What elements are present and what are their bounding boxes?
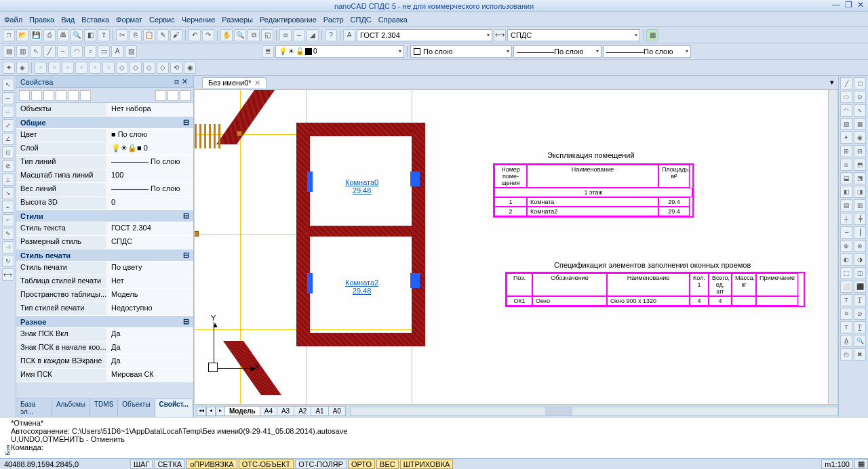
spds-btn-1[interactable]: ╱ [840,77,852,89]
menu-insert[interactable]: Вставка [81,16,109,24]
undo-icon[interactable]: ↶ [189,29,201,41]
ucs-icon[interactable]: ◈ [16,62,28,74]
text-icon[interactable]: A [111,45,123,58]
property-group[interactable]: Стиль печати⊟ [16,249,193,262]
color-combo[interactable]: По слою [410,45,512,58]
properties-tab[interactable]: Альбомы [52,399,90,417]
spds-btn-39[interactable]: A̲ [840,335,852,347]
tab-a4[interactable]: А4 [260,406,277,416]
property-value[interactable]: 100 [107,169,193,182]
spds-btn-8[interactable]: ▦ [854,118,866,130]
layer-combo[interactable]: 💡☀🔓0 [275,45,404,58]
property-value[interactable]: СПДС [107,236,193,249]
spds-btn-15[interactable]: ⬓ [840,172,852,184]
status-toggle[interactable]: оПРИВЯЗКА [186,460,237,469]
pan-icon[interactable]: ✋ [220,29,233,41]
osnap-icon[interactable]: ✦ [3,62,15,74]
property-value[interactable]: Модель [107,289,193,302]
zoom-icon[interactable]: 🔍 [234,29,246,41]
spds-btn-31[interactable]: ⬜ [840,281,852,293]
spds-btn-13[interactable]: ⧈ [840,159,852,171]
tab-a2[interactable]: А2 [294,406,311,416]
match-icon[interactable]: ✎ [157,29,169,41]
view-left-icon[interactable]: ▫ [62,62,74,74]
property-value[interactable]: ――――― По слою [107,183,193,196]
objects-value[interactable]: Нет набора [107,103,193,116]
spds-btn-38[interactable]: T̲ [854,321,866,333]
preview-icon[interactable]: 🔍 [71,29,83,41]
pointer-icon[interactable]: ↖ [2,79,14,91]
rect-icon[interactable]: ▭ [98,45,110,58]
property-value[interactable]: ――――― По слою [107,156,193,169]
zoomwin-icon[interactable]: ⧉ [248,29,260,41]
spds-btn-27[interactable]: ◐ [840,253,852,266]
maximize-button[interactable]: ❐ [844,0,853,9]
dim-edit-icon[interactable]: ✎ [2,228,14,240]
spds-btn-28[interactable]: ◑ [854,253,866,266]
dim-radius-icon[interactable]: ⊙ [2,146,14,159]
properties-tab[interactable]: TDMS [90,399,118,417]
line-icon[interactable]: ╱ [43,45,56,58]
menu-raster[interactable]: Растр [323,16,344,24]
spds-btn-2[interactable]: ◻ [854,77,866,89]
prop-btn1[interactable] [19,90,30,101]
spds-btn-9[interactable]: ✦ [840,131,852,144]
new-icon[interactable]: □ [3,29,15,41]
redo-icon[interactable]: ↷ [202,29,214,41]
view-back-icon[interactable]: ▫ [102,62,115,74]
textstyle-icon[interactable]: A [343,29,355,41]
status-toggle[interactable]: ШТРИХОВКА [400,460,454,469]
property-group[interactable]: Общие⊟ [16,117,193,129]
menu-draw[interactable]: Черчение [182,16,216,24]
linetype-combo[interactable]: ――――― По слою [513,45,601,58]
tab-nav-prev[interactable]: ◂ [206,407,216,416]
view-top-icon[interactable]: ▫ [35,62,47,74]
status-toggle[interactable]: ОТС-ПОЛЯР [295,460,347,469]
spds-btn-18[interactable]: ◨ [854,186,866,198]
menu-format[interactable]: Формат [116,16,142,24]
property-value[interactable]: Недоступно [107,302,193,315]
dim-break-icon[interactable]: ⊣ [2,241,14,253]
prop-btn3[interactable] [43,90,54,101]
tab-nav-next[interactable]: ▸ [216,407,225,416]
iso-ne-icon[interactable]: ◇ [143,62,155,74]
property-group[interactable]: Стили⊟ [16,210,193,222]
spds-btn-7[interactable]: ▨ [840,118,852,130]
spds-btn-4[interactable]: ⊙ [854,91,866,103]
spds-btn-12[interactable]: ⊟ [854,145,866,157]
document-tab[interactable]: Без имени0* ✕ [202,77,267,88]
prop-btn2[interactable] [31,90,42,101]
saveall-icon[interactable]: ⎙ [43,29,56,41]
spds-btn-10[interactable]: ◉ [854,131,866,144]
property-value[interactable]: Да [107,342,193,354]
spds-btn-34[interactable]: Ṯ [854,294,866,306]
dim-leader-icon[interactable]: ↘ [2,187,14,199]
status-grid-icon[interactable]: ▦ [854,459,868,469]
view-front-icon[interactable]: ▫ [89,62,101,74]
dim-baseline-icon[interactable]: ⫠ [2,201,14,213]
tab-a1[interactable]: А1 [311,406,328,416]
spds-btn-16[interactable]: ⬔ [854,172,866,184]
menu-edit[interactable]: Правка [29,16,54,24]
prop-btn4[interactable] [56,90,66,101]
specification-table[interactable]: Поз. Обозначение Наименование Кол. 1 Все… [505,272,805,307]
status-toggle[interactable]: СЕТКА [154,460,185,469]
help-icon[interactable]: ? [325,29,337,41]
command-line[interactable]: Ком *Отмена* Автосохранение: C:\Users\51… [0,417,868,458]
property-value[interactable]: Да [107,355,193,368]
property-value[interactable]: 0 [107,197,193,209]
spds-btn-3[interactable]: ⬭ [840,91,852,103]
dimstyle-icon[interactable]: ⟷ [494,29,506,41]
iso-se-icon[interactable]: ◇ [130,62,142,74]
spds-btn-19[interactable]: ▤ [840,199,852,211]
iso-sw-icon[interactable]: ◇ [116,62,128,74]
copy-icon[interactable]: ⎘ [130,29,142,41]
property-value[interactable]: Нет [107,275,193,288]
drawing-canvas[interactable]: Комната029.48 Комната229.48 Y X ▲ ▶ Эксп… [194,89,838,405]
property-value[interactable]: ГОСТ 2.304 [107,222,193,235]
close-button[interactable]: ✕ [856,0,865,9]
dim-aligned-icon[interactable]: ⤢ [2,119,14,131]
spds-btn-40[interactable]: 🔍 [854,335,866,347]
spds-btn-21[interactable]: ┼ [840,213,852,225]
layerstates-icon[interactable]: ≣ [262,45,274,58]
